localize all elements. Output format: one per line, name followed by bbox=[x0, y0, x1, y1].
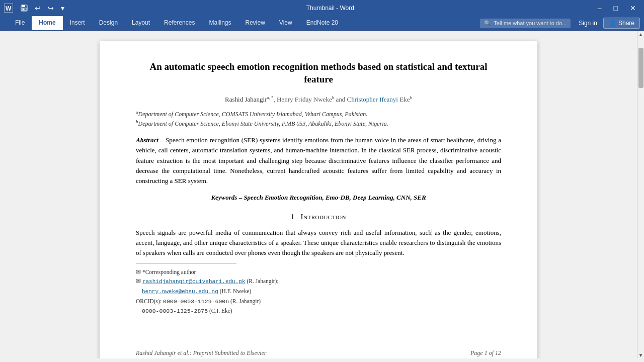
footer-page-info: Page 1 of 12 bbox=[470, 349, 501, 357]
scroll-thumb[interactable] bbox=[638, 48, 643, 88]
minimize-button[interactable]: – bbox=[594, 0, 606, 16]
ribbon-right-controls: Sign in 👤 Share bbox=[579, 18, 640, 29]
author2-sup: b bbox=[332, 95, 335, 100]
footnote-email2-link[interactable]: henry.nweke@ebsu.edu.ng bbox=[142, 289, 218, 295]
title-bar: W ↩ ↪ ▾ Thumbnail - Word – □ ✕ bbox=[0, 0, 644, 16]
tab-endnote[interactable]: EndNote 20 bbox=[299, 16, 345, 30]
orcid2-ref: (C.I. Eke) bbox=[208, 308, 232, 314]
keywords-label: Keywords bbox=[211, 194, 237, 201]
svg-rect-3 bbox=[22, 5, 25, 7]
tab-home[interactable]: Home bbox=[32, 16, 62, 30]
tab-layout[interactable]: Layout bbox=[125, 16, 157, 30]
footnote-email2-line: henry.nweke@ebsu.edu.ng (H.F. Nweke) bbox=[136, 287, 501, 297]
orcid2-line: 0000-0003-1325-2875 (C.I. Eke) bbox=[136, 306, 501, 316]
save-button[interactable] bbox=[18, 4, 30, 13]
tab-insert[interactable]: Insert bbox=[63, 16, 92, 30]
author1-name: Rashid Jahangir bbox=[225, 96, 267, 104]
word-app-icon: W bbox=[4, 4, 13, 13]
section1-title: Introduction bbox=[301, 213, 346, 221]
abstract-text: Speech emotion recognition (SER) systems… bbox=[136, 136, 501, 185]
quick-access-toolbar: ↩ ↪ ▾ bbox=[18, 3, 67, 13]
footnote-block: ✉ *Corresponding author ✉ rashidjahangir… bbox=[136, 267, 501, 316]
undo-button[interactable]: ↩ bbox=[32, 3, 43, 13]
title-bar-left: W ↩ ↪ ▾ bbox=[4, 3, 67, 13]
search-placeholder: Tell me what you want to do... bbox=[494, 20, 567, 26]
affiliation-b: bDepartment of Computer Science, Ebonyi … bbox=[136, 119, 501, 128]
intro-paragraph: Speech signals are powerful media of com… bbox=[136, 228, 501, 258]
footnote-corresponding: ✉ *Corresponding author bbox=[136, 267, 501, 277]
window-title: Thumbnail - Word bbox=[67, 5, 594, 12]
author3-sup: b bbox=[410, 95, 412, 100]
svg-text:W: W bbox=[6, 5, 12, 12]
search-icon: 🔍 bbox=[484, 20, 491, 27]
signin-button[interactable]: Sign in bbox=[579, 20, 597, 27]
ribbon: File Home Insert Design Layout Reference… bbox=[0, 16, 644, 31]
page-footer: Rashid Jahangir et al.: Preprint Submitt… bbox=[136, 349, 501, 357]
orcid1-line: ORCID(s): 0000-0003-1129-6006 (R. Jahang… bbox=[136, 297, 501, 306]
orcid2-value: 0000-0003-1325-2875 bbox=[142, 308, 208, 314]
redo-button[interactable]: ↪ bbox=[45, 3, 56, 13]
tab-design[interactable]: Design bbox=[92, 16, 125, 30]
tab-review[interactable]: Review bbox=[238, 16, 272, 30]
footnote-divider bbox=[136, 263, 236, 263]
abstract-label: Abstract bbox=[136, 136, 158, 144]
keywords-text: Speech Emotion Recognition, Emo-DB, Deep… bbox=[244, 194, 426, 201]
ribbon-tab-bar: File Home Insert Design Layout Reference… bbox=[4, 16, 349, 30]
document-container: An automatic speech emotion recognition … bbox=[0, 31, 644, 358]
abstract-dash: – bbox=[158, 136, 166, 144]
customize-quick-access[interactable]: ▾ bbox=[58, 3, 67, 13]
footnote-email1-line: ✉ rashidjahangir@cuivehari.edu.pk (R. Ja… bbox=[136, 277, 501, 287]
title-bar-right: – □ ✕ bbox=[594, 0, 640, 16]
vertical-scrollbar[interactable]: ▲ ▼ bbox=[637, 31, 644, 358]
author3-last: Eke bbox=[399, 96, 410, 104]
section1-num: 1 bbox=[291, 213, 301, 221]
author2-name: Henry Friday Nweke bbox=[277, 96, 332, 104]
tab-view[interactable]: View bbox=[272, 16, 299, 30]
abstract-block: Abstract – Speech emotion recognition (S… bbox=[136, 135, 501, 186]
tab-references[interactable]: References bbox=[157, 16, 202, 30]
document-page[interactable]: An automatic speech emotion recognition … bbox=[100, 41, 537, 358]
paper-title: An automatic speech emotion recognition … bbox=[136, 61, 501, 85]
keywords-line: Keywords – Speech Emotion Recognition, E… bbox=[136, 193, 501, 203]
orcid1-value: 0000-0003-1129-6006 bbox=[163, 298, 229, 305]
footer-left-text: Rashid Jahangir et al.: Preprint Submitt… bbox=[136, 349, 267, 357]
affiliations-block: aDepartment of Computer Science, COMSATS… bbox=[136, 109, 501, 129]
footnote-email1-link[interactable]: rashidjahangir@cuivehari.edu.pk bbox=[142, 279, 246, 285]
footnote-email1-ref: (R. Jahangir); bbox=[246, 278, 279, 284]
section1-heading: 1 Introduction bbox=[136, 212, 501, 223]
cursor bbox=[432, 229, 432, 236]
author1-sup: a, * bbox=[267, 95, 273, 100]
scroll-down-arrow[interactable]: ▼ bbox=[637, 351, 645, 358]
orcid-label: ORCID(s): bbox=[136, 298, 163, 304]
search-bar[interactable]: 🔍 Tell me what you want to do... bbox=[480, 19, 571, 28]
affiliation-a: aDepartment of Computer Science, COMSATS… bbox=[136, 109, 501, 119]
author3-name: Christopher Ifeanyi bbox=[347, 96, 398, 104]
close-button[interactable]: ✕ bbox=[626, 0, 640, 16]
scroll-up-arrow[interactable]: ▲ bbox=[637, 31, 645, 38]
share-button[interactable]: 👤 Share bbox=[603, 18, 640, 29]
orcid1-ref: (R. Jahangir) bbox=[229, 298, 261, 304]
tab-mailings[interactable]: Mailings bbox=[202, 16, 238, 30]
tab-file[interactable]: File bbox=[8, 16, 32, 30]
share-icon: 👤 bbox=[609, 20, 616, 27]
authors-line: Rashid Jahangira, *, Henry Friday Nwekeb… bbox=[136, 95, 501, 105]
keywords-dash: – bbox=[237, 194, 244, 201]
footnote-email2-ref: (H.F. Nweke) bbox=[218, 288, 252, 294]
maximize-button[interactable]: □ bbox=[610, 0, 622, 16]
document-scroll-area[interactable]: An automatic speech emotion recognition … bbox=[0, 31, 637, 358]
svg-rect-5 bbox=[23, 9, 25, 10]
